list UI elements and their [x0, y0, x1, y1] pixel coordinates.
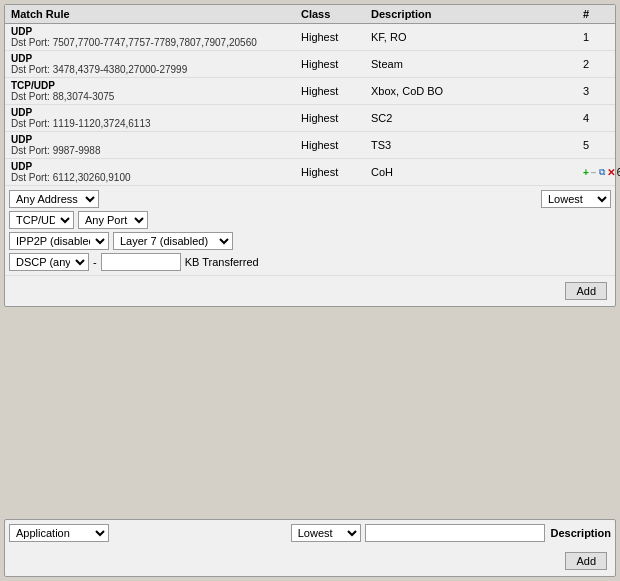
ipp2p-select[interactable]: IPP2P (disabled)	[9, 232, 109, 250]
row-actions-6: + − ⧉ ✕ 6	[581, 164, 611, 180]
bottom-panel: Application Lowest Low Normal High Highe…	[4, 519, 616, 577]
port-label-6: Dst Port: 6112,30260,9100	[11, 172, 297, 183]
num-cell-2: 2	[581, 57, 611, 71]
table-row: UDP Dst Port: 1119-1120,3724,6113 Highes…	[5, 105, 615, 132]
desc-cell-6: CoH	[369, 165, 581, 179]
desc-cell-4: SC2	[369, 111, 581, 125]
port-label-1: Dst Port: 7507,7700-7747,7757-7789,7807,…	[11, 37, 297, 48]
edit-line-1: Any Address Source Destination Lowest Lo…	[9, 190, 611, 208]
protocol-select[interactable]: TCP/UDP TCP UDP	[9, 211, 74, 229]
class-select-1[interactable]: Lowest Low Normal High Highest	[541, 190, 611, 208]
kb-input[interactable]	[101, 253, 181, 271]
class-cell-4: Highest	[299, 111, 369, 125]
delete-row-btn[interactable]: ✕	[607, 165, 615, 179]
port-label-4: Dst Port: 1119-1120,3724,6113	[11, 118, 297, 129]
kb-transferred-label: KB Transferred	[185, 256, 259, 268]
class-cell-3: Highest	[299, 84, 369, 98]
col-description: Description	[369, 7, 581, 21]
main-container: Match Rule Class Description # UDP Dst P…	[0, 0, 620, 581]
add-button-bottom[interactable]: Add	[565, 552, 607, 570]
protocol-label-5: UDP	[11, 134, 297, 145]
edit-line-2: TCP/UDP TCP UDP Any Port Custom	[9, 211, 611, 229]
description-label: Description	[551, 527, 612, 539]
port-label-5: Dst Port: 9987-9988	[11, 145, 297, 156]
class-cell-6: Highest	[299, 165, 369, 179]
add-button-top[interactable]: Add	[565, 282, 607, 300]
protocol-label-1: UDP	[11, 26, 297, 37]
col-num: #	[581, 7, 611, 21]
middle-spacer	[4, 311, 616, 513]
application-select[interactable]: Application	[9, 524, 109, 542]
dash-label: -	[93, 256, 97, 268]
port-select[interactable]: Any Port Custom	[78, 211, 148, 229]
add-row-btn[interactable]: +	[583, 165, 589, 179]
bottom-row: Application Lowest Low Normal High Highe…	[5, 520, 615, 546]
table-header: Match Rule Class Description #	[5, 5, 615, 24]
dscp-select[interactable]: DSCP (any)	[9, 253, 89, 271]
top-btn-row: Add	[5, 276, 615, 306]
protocol-label-4: UDP	[11, 107, 297, 118]
protocol-label-2: UDP	[11, 53, 297, 64]
table-row: UDP Dst Port: 3478,4379-4380,27000-27999…	[5, 51, 615, 78]
match-rule-cell-3: TCP/UDP Dst Port: 88,3074-3075	[9, 79, 299, 103]
desc-cell-1: KF, RO	[369, 30, 581, 44]
class-cell-2: Highest	[299, 57, 369, 71]
protocol-label-3: TCP/UDP	[11, 80, 297, 91]
match-rule-cell-5: UDP Dst Port: 9987-9988	[9, 133, 299, 157]
num-cell-5: 5	[581, 138, 611, 152]
protocol-label-6: UDP	[11, 161, 297, 172]
num-cell-3: 3	[581, 84, 611, 98]
port-label-2: Dst Port: 3478,4379-4380,27000-27999	[11, 64, 297, 75]
remove-row-btn[interactable]: −	[591, 165, 597, 179]
class-cell-5: Highest	[299, 138, 369, 152]
bottom-class-select[interactable]: Lowest Low Normal High Highest	[291, 524, 361, 542]
col-match-rule: Match Rule	[9, 7, 299, 21]
table-row: UDP Dst Port: 6112,30260,9100 Highest Co…	[5, 159, 615, 186]
description-input[interactable]	[365, 524, 545, 542]
match-rule-cell-1: UDP Dst Port: 7507,7700-7747,7757-7789,7…	[9, 25, 299, 49]
desc-cell-5: TS3	[369, 138, 581, 152]
table-row: UDP Dst Port: 7507,7700-7747,7757-7789,7…	[5, 24, 615, 51]
top-panel: Match Rule Class Description # UDP Dst P…	[4, 4, 616, 307]
desc-cell-2: Steam	[369, 57, 581, 71]
bottom-btn-row: Add	[5, 546, 615, 576]
edit-line-3: IPP2P (disabled) Layer 7 (disabled)	[9, 232, 611, 250]
num-cell-4: 4	[581, 111, 611, 125]
class-cell-1: Highest	[299, 30, 369, 44]
col-class: Class	[299, 7, 369, 21]
num-cell-1: 1	[581, 30, 611, 44]
address-select[interactable]: Any Address Source Destination	[9, 190, 99, 208]
edit-line-4: DSCP (any) - KB Transferred	[9, 253, 611, 271]
edit-form: Any Address Source Destination Lowest Lo…	[5, 186, 615, 276]
match-rule-cell-4: UDP Dst Port: 1119-1120,3724,6113	[9, 106, 299, 130]
layer7-select[interactable]: Layer 7 (disabled)	[113, 232, 233, 250]
table-row: TCP/UDP Dst Port: 88,3074-3075 Highest X…	[5, 78, 615, 105]
table-row: UDP Dst Port: 9987-9988 Highest TS3 5	[5, 132, 615, 159]
match-rule-cell-2: UDP Dst Port: 3478,4379-4380,27000-27999	[9, 52, 299, 76]
match-rule-cell-6: UDP Dst Port: 6112,30260,9100	[9, 160, 299, 184]
desc-cell-3: Xbox, CoD BO	[369, 84, 581, 98]
copy-row-btn[interactable]: ⧉	[599, 165, 605, 179]
port-label-3: Dst Port: 88,3074-3075	[11, 91, 297, 102]
